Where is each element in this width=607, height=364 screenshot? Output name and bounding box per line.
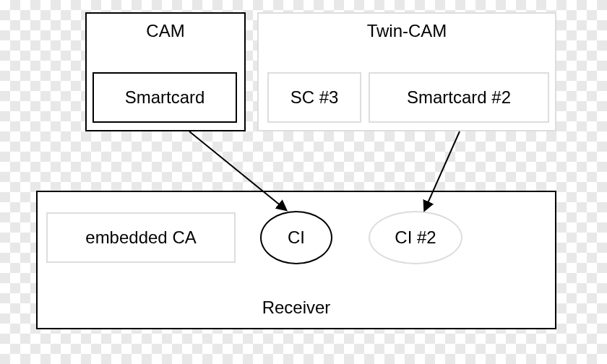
ci2-ellipse: CI #2: [369, 211, 462, 264]
sc3-box: SC #3: [267, 72, 361, 123]
embedded-ca-label: embedded CA: [85, 228, 196, 248]
sc3-label: SC #3: [290, 87, 339, 108]
ci2-label: CI #2: [395, 228, 436, 248]
sc2-box: Smartcard #2: [369, 72, 549, 123]
ci-ellipse: CI: [260, 211, 332, 264]
embedded-ca-box: embedded CA: [46, 212, 236, 263]
twincam-title: Twin-CAM: [367, 21, 447, 41]
ci-label: CI: [288, 228, 305, 248]
sc2-label: Smartcard #2: [407, 87, 511, 108]
receiver-title: Receiver: [38, 298, 555, 318]
cam-title: CAM: [146, 21, 184, 41]
smartcard-label: Smartcard: [125, 87, 205, 108]
smartcard-box: Smartcard: [92, 72, 237, 123]
